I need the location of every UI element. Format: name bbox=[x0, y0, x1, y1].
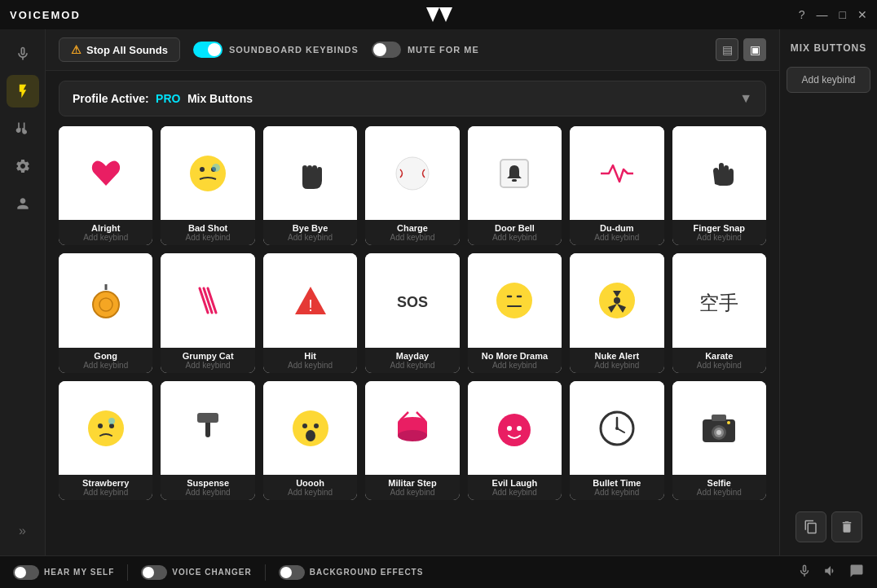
sound-card-keybind[interactable]: Add keybind bbox=[268, 488, 352, 497]
sound-card-keybind[interactable]: Add keybind bbox=[370, 233, 454, 242]
sound-card-keybind[interactable]: Add keybind bbox=[677, 233, 761, 242]
sound-card-keybind[interactable]: Add keybind bbox=[165, 488, 249, 497]
sound-card-keybind[interactable]: Add keybind bbox=[677, 361, 761, 370]
sound-card-keybind[interactable]: Add keybind bbox=[165, 361, 249, 370]
sound-card-keybind[interactable]: Add keybind bbox=[370, 488, 454, 497]
title-bar: VOICEMOD ? — □ ✕ bbox=[0, 0, 877, 29]
sound-card[interactable]: Suspense Add keybind bbox=[161, 381, 254, 500]
voice-changer-group: VOICE CHANGER bbox=[141, 565, 251, 580]
sound-card-info: Finger Snap Add keybind bbox=[672, 220, 766, 245]
hear-myself-thumb bbox=[15, 567, 26, 578]
sound-card-name: Uoooh bbox=[268, 478, 352, 488]
volume-bottom-icon[interactable] bbox=[823, 564, 838, 581]
sidebar-expand-button[interactable]: » bbox=[7, 515, 39, 547]
sound-card[interactable]: Gong Add keybind bbox=[59, 253, 152, 372]
delete-button[interactable] bbox=[831, 511, 862, 542]
sound-card-info: Bullet Time Add keybind bbox=[570, 475, 663, 500]
sound-card-keybind[interactable]: Add keybind bbox=[64, 488, 148, 497]
sound-card-keybind[interactable]: Add keybind bbox=[268, 233, 352, 242]
sound-card[interactable]: Strawberry Add keybind bbox=[59, 381, 152, 500]
sound-card[interactable]: ! Hit Add keybind bbox=[263, 253, 357, 372]
profile-label: Profile Active: PRO Mix Buttons bbox=[73, 91, 253, 106]
sound-card-keybind[interactable]: Add keybind bbox=[677, 488, 761, 497]
mic-bottom-icon[interactable] bbox=[797, 564, 812, 581]
profile-name: Mix Buttons bbox=[187, 92, 253, 105]
mute-for-me-toggle[interactable] bbox=[372, 42, 401, 58]
sound-card-keybind[interactable]: Add keybind bbox=[473, 233, 557, 242]
sound-card-info: Evil Laugh Add keybind bbox=[468, 475, 562, 500]
close-icon[interactable]: ✕ bbox=[857, 8, 867, 21]
sound-card-keybind[interactable]: Add keybind bbox=[575, 233, 659, 242]
list-view-button[interactable]: ▣ bbox=[743, 38, 766, 61]
pro-badge: PRO bbox=[156, 92, 180, 105]
sidebar-item-soundboard[interactable] bbox=[7, 75, 39, 108]
background-effects-toggle[interactable] bbox=[279, 565, 305, 580]
sidebar-item-profile[interactable] bbox=[7, 187, 39, 220]
maximize-icon[interactable]: □ bbox=[840, 8, 846, 21]
sound-card[interactable]: Bullet Time Add keybind bbox=[570, 381, 663, 500]
sound-card-image bbox=[570, 381, 663, 475]
help-icon[interactable]: ? bbox=[799, 8, 805, 21]
right-panel-title: MIX BUTTONS bbox=[791, 42, 866, 54]
copy-button[interactable] bbox=[795, 511, 826, 542]
sound-card[interactable]: Uoooh Add keybind bbox=[263, 381, 357, 500]
sound-card[interactable]: No More Drama Add keybind bbox=[468, 253, 562, 372]
sound-card[interactable]: Evil Laugh Add keybind bbox=[468, 381, 562, 500]
sound-card[interactable]: Nuke Alert Add keybind bbox=[570, 253, 663, 372]
minimize-icon[interactable]: — bbox=[817, 8, 828, 21]
sound-card[interactable]: Bad Shot Add keybind bbox=[161, 126, 254, 245]
sound-card-keybind[interactable]: Add keybind bbox=[575, 361, 659, 370]
sound-card-info: Strawberry Add keybind bbox=[59, 475, 152, 500]
sound-card-image bbox=[468, 381, 562, 475]
stop-all-label: Stop All Sounds bbox=[86, 44, 168, 56]
sound-card-keybind[interactable]: Add keybind bbox=[268, 361, 352, 370]
soundboard-keybinds-toggle-group: SOUNDBOARD KEYBINDS bbox=[193, 42, 359, 58]
sound-card-name: Selfie bbox=[677, 478, 761, 488]
sound-card-keybind[interactable]: Add keybind bbox=[575, 488, 659, 497]
sound-card-name: Bullet Time bbox=[575, 478, 659, 488]
sound-card-keybind[interactable]: Add keybind bbox=[473, 361, 557, 370]
svg-point-15 bbox=[496, 283, 532, 318]
sound-card[interactable]: Selfie Add keybind bbox=[672, 381, 766, 500]
voice-changer-toggle[interactable] bbox=[141, 565, 167, 580]
sound-card[interactable]: Grumpy Cat Add keybind bbox=[161, 253, 254, 372]
main-layout: » ⚠ Stop All Sounds SOUNDBOARD KEYBINDS … bbox=[0, 29, 877, 555]
sound-card-keybind[interactable]: Add keybind bbox=[473, 488, 557, 497]
sound-card[interactable]: Door Bell Add keybind bbox=[468, 126, 562, 245]
sidebar-item-settings[interactable] bbox=[7, 150, 39, 182]
sound-card[interactable]: Bye Bye Add keybind bbox=[263, 126, 357, 245]
grid-view-button[interactable]: ▤ bbox=[716, 38, 738, 61]
sound-card[interactable]: Alright Add keybind bbox=[59, 126, 152, 245]
sound-card-name: Alright bbox=[64, 223, 148, 233]
svg-point-10 bbox=[93, 292, 119, 318]
add-keybind-button[interactable]: Add keybind bbox=[787, 67, 870, 93]
sound-card[interactable]: 空手 Karate Add keybind bbox=[672, 253, 766, 372]
chat-bottom-icon[interactable] bbox=[849, 564, 864, 581]
hear-myself-toggle[interactable] bbox=[13, 565, 39, 580]
sound-card-keybind[interactable]: Add keybind bbox=[165, 233, 249, 242]
sound-card-name: Nuke Alert bbox=[575, 351, 659, 361]
sound-card-keybind[interactable]: Add keybind bbox=[64, 233, 148, 242]
sound-card[interactable]: SOS Mayday Add keybind bbox=[365, 253, 459, 372]
sidebar-item-microphone[interactable] bbox=[7, 37, 39, 70]
sound-card-info: Karate Add keybind bbox=[672, 348, 766, 373]
sound-card[interactable]: Charge Add keybind bbox=[365, 126, 459, 245]
sound-card-info: Grumpy Cat Add keybind bbox=[161, 348, 254, 373]
right-panel: MIX BUTTONS Add keybind bbox=[779, 29, 877, 555]
sound-card-name: Hit bbox=[268, 351, 352, 361]
sound-card-info: Hit Add keybind bbox=[263, 348, 357, 373]
sound-card[interactable]: Finger Snap Add keybind bbox=[672, 126, 766, 245]
sound-card-image bbox=[570, 253, 663, 347]
stop-all-sounds-button[interactable]: ⚠ Stop All Sounds bbox=[59, 37, 180, 62]
sidebar-item-lab[interactable] bbox=[7, 112, 39, 145]
sound-card[interactable]: Militar Step Add keybind bbox=[365, 381, 459, 500]
sound-card[interactable]: Du-dum Add keybind bbox=[570, 126, 663, 245]
svg-point-28 bbox=[306, 430, 315, 441]
svg-point-22 bbox=[108, 418, 115, 424]
sound-card-keybind[interactable]: Add keybind bbox=[370, 361, 454, 370]
sound-card-image bbox=[59, 253, 152, 347]
sound-card-keybind[interactable]: Add keybind bbox=[64, 361, 148, 370]
sound-card-image bbox=[161, 253, 254, 347]
soundboard-keybinds-toggle[interactable] bbox=[193, 42, 223, 58]
profile-bar[interactable]: Profile Active: PRO Mix Buttons ▼ bbox=[59, 81, 766, 116]
